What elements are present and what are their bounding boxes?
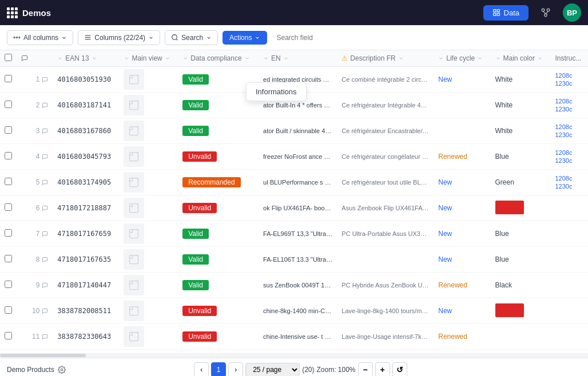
ean-cell: 4016803174905 bbox=[53, 170, 119, 195]
row-meta-cell: 11 bbox=[17, 324, 53, 350]
th-main-color: Main color bbox=[491, 50, 551, 67]
main-color-cell bbox=[491, 324, 551, 350]
row-number: 7 bbox=[36, 230, 40, 238]
desc-fr-cell bbox=[337, 247, 434, 273]
desc-fr-cell: Ce réfrigérateur tout utile BLUPerforman… bbox=[337, 170, 434, 195]
actions-button[interactable]: Actions bbox=[223, 31, 267, 45]
row-checkbox-cell[interactable] bbox=[0, 144, 17, 170]
ean-cell: 4016803051930 bbox=[53, 67, 119, 93]
svg-rect-19 bbox=[130, 127, 138, 135]
row-checkbox-cell[interactable] bbox=[0, 324, 17, 350]
row-checkbox-cell[interactable] bbox=[0, 67, 17, 93]
row-meta-cell: 2 bbox=[17, 93, 53, 118]
row-checkbox[interactable] bbox=[5, 178, 12, 185]
lifecycle-cell: New bbox=[434, 170, 490, 195]
row-checkbox[interactable] bbox=[5, 255, 12, 262]
page-1-button[interactable]: 1 bbox=[211, 362, 226, 377]
row-checkbox[interactable] bbox=[5, 281, 12, 288]
ean-cell: 4718017218887 bbox=[53, 195, 119, 221]
lifecycle-value: New bbox=[438, 178, 452, 186]
row-checkbox-cell[interactable] bbox=[0, 170, 17, 195]
svg-rect-24 bbox=[130, 255, 138, 264]
th-data-compliance: Data compliance bbox=[178, 50, 259, 67]
th-select-all[interactable] bbox=[0, 50, 17, 67]
color-swatch bbox=[495, 201, 524, 214]
en-cell: ul BLUPerformance s distinguished by its bbox=[259, 170, 337, 195]
row-checkbox[interactable] bbox=[5, 203, 12, 211]
search-field-input[interactable] bbox=[272, 31, 581, 45]
instructions-link: 1208c1230c bbox=[555, 123, 572, 138]
row-checkbox-cell[interactable] bbox=[0, 118, 17, 144]
all-columns-button[interactable]: All columns bbox=[7, 30, 73, 45]
next-page-button[interactable]: › bbox=[228, 362, 243, 377]
main-view-cell bbox=[119, 195, 178, 221]
row-checkbox-cell[interactable] bbox=[0, 93, 17, 118]
compliance-badge: Unvalid bbox=[182, 151, 217, 162]
instructions-cell bbox=[550, 298, 588, 324]
search-button[interactable]: Search bbox=[165, 30, 218, 45]
row-checkbox[interactable] bbox=[5, 332, 12, 339]
main-color-cell: White bbox=[491, 93, 551, 118]
compliance-cell: Unvalid bbox=[178, 195, 259, 221]
toolbar: All columns Columns (22/24) Search Actio… bbox=[0, 25, 588, 50]
row-checkbox-cell[interactable] bbox=[0, 221, 17, 247]
desc-fr-cell: Lave-linge-Usage intensif-7kg-1400 tours… bbox=[337, 324, 434, 350]
row-checkbox-cell[interactable] bbox=[0, 247, 17, 273]
compliance-badge: Recommanded bbox=[182, 177, 240, 187]
row-meta-cell: 6 bbox=[17, 195, 53, 221]
workflow-nav-button[interactable] bbox=[535, 2, 556, 23]
svg-rect-0 bbox=[493, 10, 495, 12]
compliance-cell: Recommanded bbox=[178, 170, 259, 195]
row-checkbox[interactable] bbox=[5, 229, 12, 237]
settings-icon[interactable] bbox=[58, 366, 66, 374]
columns-button[interactable]: Columns (22/24) bbox=[78, 30, 160, 45]
svg-rect-27 bbox=[130, 333, 138, 341]
row-checkbox[interactable] bbox=[5, 126, 12, 134]
main-color-cell: White bbox=[491, 118, 551, 144]
row-checkbox[interactable] bbox=[5, 101, 12, 108]
en-cell: FA-EL969T 13,3 "Ultra- chscreen Intel Co… bbox=[259, 221, 337, 247]
zoom-in-button[interactable]: + bbox=[375, 362, 390, 377]
svg-point-5 bbox=[547, 9, 550, 11]
select-all-checkbox[interactable] bbox=[5, 54, 12, 61]
row-meta-cell: 4 bbox=[17, 144, 53, 170]
row-checkbox-cell[interactable] bbox=[0, 195, 17, 221]
svg-rect-17 bbox=[130, 75, 138, 84]
compliance-cell: Unvalid bbox=[178, 298, 259, 324]
instructions-link: 1208c1230c bbox=[555, 175, 572, 190]
row-number: 10 bbox=[32, 307, 39, 315]
per-page-select[interactable]: 25 / page 50 / page 100 / page bbox=[245, 363, 300, 377]
row-meta-cell: 3 bbox=[17, 118, 53, 144]
row-checkbox[interactable] bbox=[5, 306, 12, 314]
row-checkbox[interactable] bbox=[5, 75, 12, 82]
prev-page-button[interactable]: ‹ bbox=[194, 362, 209, 377]
row-checkbox-cell[interactable] bbox=[0, 298, 17, 324]
tooltip-label: Informations bbox=[256, 87, 297, 96]
app-logo: Demos bbox=[7, 7, 51, 18]
th-description-fr: ⚠ Description FR bbox=[337, 50, 434, 67]
row-meta-cell: 1 bbox=[17, 67, 53, 93]
scrollbar-thumb[interactable] bbox=[0, 354, 86, 357]
user-avatar[interactable]: BP bbox=[563, 3, 581, 22]
en-cell: FA-EL106T 13.3 "Ultra- h Numpad bbox=[259, 247, 337, 273]
lifecycle-cell: New bbox=[434, 298, 490, 324]
svg-point-15 bbox=[172, 35, 177, 40]
row-meta-cell: 9 bbox=[17, 273, 53, 298]
table-row: 3 4016803167860 Validator Built / skinna… bbox=[0, 118, 588, 144]
svg-rect-2 bbox=[493, 13, 495, 15]
row-checkbox[interactable] bbox=[5, 152, 12, 159]
desc-fr-cell: Ce réfrigérateur congélateur NoFrost BLU… bbox=[337, 144, 434, 170]
horizontal-scrollbar[interactable] bbox=[0, 353, 588, 358]
row-number: 6 bbox=[36, 204, 40, 212]
row-checkbox-cell[interactable] bbox=[0, 273, 17, 298]
lifecycle-value: Renewed bbox=[438, 333, 467, 341]
zoom-reset-button[interactable]: ↺ bbox=[392, 362, 407, 377]
desc-fr-cell: Ce réfrigérateur Intégrable 4* propose u… bbox=[337, 93, 434, 118]
zoom-out-button[interactable]: − bbox=[358, 362, 373, 377]
desc-fr-cell: Ce réfrigérateur Encastrable/habillable … bbox=[337, 118, 434, 144]
desc-fr-cell: Asus Zenbook Flip UX461FA-E1059T Ultrabo… bbox=[337, 195, 434, 221]
data-nav-button[interactable]: Data bbox=[483, 5, 529, 21]
product-thumbnail bbox=[124, 249, 144, 270]
en-cell: ator Built / skinnable 4 eful volume of … bbox=[259, 118, 337, 144]
svg-point-11 bbox=[19, 37, 20, 38]
